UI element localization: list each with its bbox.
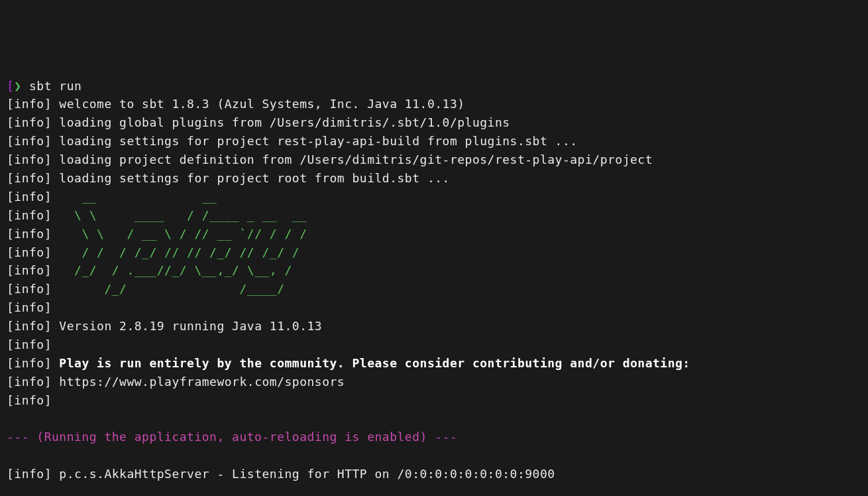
log-line: [info] loading project definition from /… (7, 151, 861, 169)
info-tag: [info] (7, 356, 52, 370)
info-tag: [info] (7, 190, 52, 204)
blank-line (7, 410, 861, 428)
ascii-art-line: /_/ /____/ (52, 282, 284, 296)
log-line: [info] \ \ / __ \ / // __ `// / / / (7, 225, 861, 243)
log-line: [info] /_/ /____/ (7, 280, 861, 298)
log-line: [info] (7, 298, 861, 317)
log-line: [info] __ __ (7, 188, 861, 206)
sponsor-url: https://www.playframework.com/sponsors (52, 375, 345, 389)
ascii-art-line: \ \ / __ \ / // __ `// / / / (52, 227, 307, 241)
info-tag: [info] (7, 393, 52, 407)
ascii-art-line: \ \ ____ / /____ _ __ __ (52, 208, 307, 222)
listen-address: p.c.s.AkkaHttpServer - Listening for HTT… (52, 467, 555, 481)
log-line: [info] Play is run entirely by the commu… (7, 354, 861, 373)
prompt-arrow-icon: ❯ (14, 79, 21, 93)
info-tag: [info] (7, 171, 52, 185)
log-line: [info] loading global plugins from /User… (7, 113, 861, 132)
info-tag: [info] (7, 375, 52, 389)
log-line: [info] https://www.playframework.com/spo… (7, 373, 861, 391)
info-tag: [info] (7, 97, 52, 111)
ascii-art-line: / / / /_/ // // /_/ // /_/ / (52, 245, 299, 259)
bold-message: Play is run entirely by the community. P… (52, 356, 690, 370)
info-tag: [info] (7, 282, 52, 296)
prompt-line: [❯ sbt run (7, 77, 861, 95)
log-line: [info] (7, 336, 861, 354)
log-line: [info] p.c.s.AkkaHttpServer - Listening … (7, 465, 861, 483)
info-tag: [info] (7, 227, 52, 241)
ascii-art-line: __ __ (52, 190, 217, 204)
log-line: [info] \ \ ____ / /____ _ __ __ (7, 206, 861, 225)
info-tag: [info] (7, 134, 52, 148)
info-text: loading project definition from /Users/d… (52, 153, 653, 166)
status-line: --- (Running the application, auto-reloa… (7, 428, 861, 446)
log-line: [info] / / / /_/ // // /_/ // /_/ / (7, 243, 861, 262)
log-line: [info] Version 2.8.19 running Java 11.0.… (7, 317, 861, 336)
log-line: [info] loading settings for project root… (7, 169, 861, 188)
command-input: sbt run (22, 79, 82, 93)
info-text: loading settings for project root from b… (52, 171, 450, 185)
info-tag: [info] (7, 300, 52, 314)
info-tag: [info] (7, 263, 52, 277)
terminal-output[interactable]: [❯ sbt run[info] welcome to sbt 1.8.3 (A… (7, 77, 861, 496)
info-tag: [info] (7, 115, 52, 129)
log-line: [info] /_/ / .___//_/ \__,_/ \__, / (7, 261, 861, 280)
info-text: Version 2.8.19 running Java 11.0.13 (52, 319, 322, 333)
info-text: loading global plugins from /Users/dimit… (52, 115, 510, 129)
info-text: welcome to sbt 1.8.3 (Azul Systems, Inc.… (52, 97, 465, 111)
blank-line (7, 446, 861, 465)
info-tag: [info] (7, 208, 52, 222)
ascii-art-line: /_/ / .___//_/ \__,_/ \__, / (52, 263, 292, 277)
info-tag: [info] (7, 338, 52, 351)
running-status: --- (Running the application, auto-reloa… (7, 430, 457, 444)
info-tag: [info] (7, 467, 52, 481)
log-line: [info] loading settings for project rest… (7, 132, 861, 151)
log-line: [info] (7, 391, 861, 410)
info-tag: [info] (7, 153, 52, 166)
prompt-open-bracket: [ (7, 79, 14, 93)
info-text: loading settings for project rest-play-a… (52, 134, 578, 148)
log-line: [info] welcome to sbt 1.8.3 (Azul System… (7, 95, 861, 113)
blank-line (7, 483, 861, 496)
info-tag: [info] (7, 319, 52, 333)
info-tag: [info] (7, 245, 52, 259)
